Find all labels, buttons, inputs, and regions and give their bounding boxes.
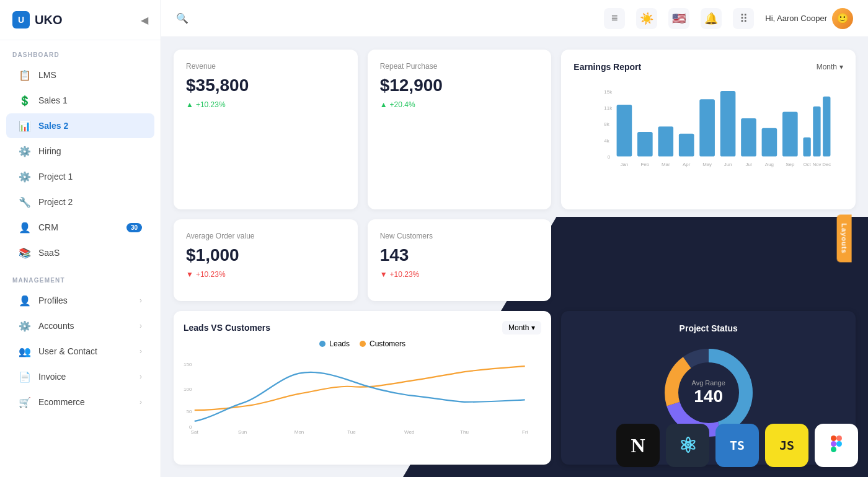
svg-text:Sun: Sun — [238, 429, 247, 435]
sidebar-item-ecommerce[interactable]: 🛒 Ecommerce › — [6, 390, 154, 414]
sidebar-item-sales1-label: Sales 1 — [38, 95, 142, 105]
earnings-period-select[interactable]: Month ▾ — [817, 63, 843, 71]
svg-text:Jul: Jul — [746, 162, 752, 167]
app-name: UKO — [35, 13, 62, 27]
dashboard-section-label: DASHBOARD — [0, 40, 161, 62]
svg-rect-9 — [658, 126, 674, 156]
leads-line-chart-svg: Sat Sun Mon Tue Wed Thu Fri 150 100 50 0 — [184, 353, 541, 440]
repeat-purchase-up-arrow-icon: ▲ — [380, 100, 388, 109]
menu-icon-button[interactable]: ≡ — [604, 8, 625, 29]
sales2-icon: 📊 — [19, 120, 31, 132]
sidebar-item-sales2[interactable]: 📊 Sales 2 — [6, 113, 154, 138]
header: 🔍 ≡ ☀️ 🇺🇸 🔔 ⠿ Hi, Aaron Cooper 🙂 — [161, 0, 868, 37]
nextjs-logo[interactable]: N — [616, 424, 660, 467]
ecommerce-arrow-icon: › — [140, 398, 142, 406]
sidebar-item-accounts[interactable]: ⚙️ Accounts › — [6, 313, 154, 338]
donut-center: Avg Range 140 — [692, 379, 725, 406]
bell-icon-button[interactable]: 🔔 — [701, 8, 722, 29]
sidebar-item-sales1[interactable]: 💲 Sales 1 — [6, 88, 154, 113]
svg-text:Sat: Sat — [191, 429, 199, 435]
header-actions: ≡ ☀️ 🇺🇸 🔔 ⠿ Hi, Aaron Cooper 🙂 — [604, 8, 853, 29]
svg-text:Aug: Aug — [765, 162, 774, 167]
hiring-icon: ⚙️ — [19, 145, 31, 157]
svg-rect-45 — [836, 435, 842, 441]
earnings-bar-chart: 15k 11k 8k 4k 0 Jan Feb Mar — [574, 79, 843, 187]
earnings-title: Earnings Report — [574, 62, 641, 72]
sidebar-item-project2[interactable]: 🔧 Project 2 — [6, 190, 154, 214]
earnings-report-card: Earnings Report Month ▾ 15k 11k 8k 4k 0 — [561, 50, 856, 209]
leads-period-select[interactable]: Month ▾ — [502, 321, 541, 335]
figma-logo[interactable] — [815, 424, 858, 467]
svg-rect-44 — [831, 435, 836, 441]
svg-text:Wed: Wed — [404, 429, 414, 435]
svg-text:Fri: Fri — [522, 429, 528, 435]
sidebar-item-hiring-label: Hiring — [38, 146, 142, 156]
revenue-up-arrow-icon: ▲ — [186, 100, 193, 109]
avg-order-change: ▼ +10.23% — [186, 270, 345, 279]
crm-icon: 👤 — [19, 221, 31, 234]
leads-chart-title: Leads VS Customers — [184, 323, 270, 333]
management-section-label: MANAGEMENT — [0, 266, 161, 287]
earnings-header: Earnings Report Month ▾ — [574, 62, 843, 72]
revenue-card: Revenue $35,800 ▲ +10.23% — [174, 50, 358, 209]
sidebar-item-profiles-label: Profiles — [38, 295, 132, 305]
svg-text:100: 100 — [184, 387, 192, 392]
new-customers-down-arrow-icon: ▼ — [380, 270, 388, 279]
sidebar-item-crm[interactable]: 👤 CRM 30 — [6, 215, 154, 240]
project2-icon: 🔧 — [19, 196, 31, 208]
leads-legend-customers: Customers — [360, 339, 405, 348]
svg-text:Mar: Mar — [662, 162, 670, 167]
svg-text:0: 0 — [189, 424, 192, 430]
sidebar-logo: U UKO ◀ — [0, 0, 161, 40]
sidebar-item-invoice[interactable]: 📄 Invoice › — [6, 364, 154, 389]
user-contact-arrow-icon: › — [140, 347, 142, 356]
ecommerce-icon: 🛒 — [19, 396, 31, 408]
svg-text:11k: 11k — [604, 105, 613, 111]
accounts-arrow-icon: › — [140, 322, 142, 330]
new-customers-change: ▼ +10.23% — [380, 270, 539, 279]
new-customers-card: New Customers 143 ▼ +10.23% — [368, 219, 552, 301]
sidebar-item-profiles[interactable]: 👤 Profiles › — [6, 288, 154, 313]
svg-text:Thu: Thu — [460, 429, 469, 435]
flag-icon-button[interactable]: 🇺🇸 — [668, 8, 689, 29]
svg-text:Tue: Tue — [347, 429, 356, 435]
bar-chart-svg: 15k 11k 8k 4k 0 Jan Feb Mar — [592, 79, 843, 185]
svg-rect-23 — [804, 138, 811, 157]
sidebar-section-dashboard: DASHBOARD 📋 LMS 💲 Sales 1 📊 Sales 2 ⚙️ H… — [0, 40, 161, 266]
sidebar-item-lms[interactable]: 📋 LMS — [6, 63, 154, 87]
revenue-value: $35,800 — [186, 76, 345, 95]
react-logo[interactable]: ⚛ — [666, 424, 709, 467]
svg-text:Jun: Jun — [724, 162, 732, 167]
sidebar-item-saas-label: SaaS — [38, 248, 142, 258]
sidebar-item-invoice-label: Invoice — [38, 372, 132, 382]
sidebar-item-project1[interactable]: ⚙️ Project 1 — [6, 164, 154, 189]
svg-text:Dec: Dec — [823, 162, 831, 167]
svg-rect-7 — [637, 132, 653, 157]
svg-text:0: 0 — [608, 154, 611, 160]
profiles-icon: 👤 — [19, 294, 31, 307]
sidebar-item-sales2-label: Sales 2 — [38, 121, 142, 131]
user-profile-button[interactable]: Hi, Aaron Cooper 🙂 — [765, 8, 853, 29]
svg-rect-21 — [782, 112, 798, 156]
sidebar-item-user-contact-label: User & Contact — [38, 346, 132, 356]
sidebar-item-ecommerce-label: Ecommerce — [38, 397, 132, 407]
javascript-logo[interactable]: JS — [765, 424, 808, 467]
svg-rect-5 — [617, 105, 632, 157]
sidebar-section-management: MANAGEMENT 👤 Profiles › ⚙️ Accounts › 👥 … — [0, 266, 161, 415]
svg-text:Nov: Nov — [813, 162, 822, 167]
layouts-tab[interactable]: Layouts — [836, 214, 851, 262]
sidebar-item-hiring[interactable]: ⚙️ Hiring — [6, 139, 154, 164]
project-status-title: Project Status — [574, 323, 843, 333]
sidebar-collapse-button[interactable]: ◀ — [141, 14, 148, 26]
new-customers-label: New Customers — [380, 232, 539, 240]
accounts-icon: ⚙️ — [19, 320, 31, 332]
saas-icon: 📚 — [19, 247, 31, 259]
sun-icon-button[interactable]: ☀️ — [636, 8, 657, 29]
sidebar-item-saas[interactable]: 📚 SaaS — [6, 240, 154, 265]
logo-icon: U — [12, 11, 30, 28]
grid-icon-button[interactable]: ⠿ — [733, 8, 754, 29]
svg-text:Mon: Mon — [294, 429, 304, 435]
app-logo[interactable]: U UKO — [12, 11, 62, 28]
typescript-logo[interactable]: TS — [715, 424, 759, 467]
sidebar-item-user-contact[interactable]: 👥 User & Contact › — [6, 339, 154, 364]
